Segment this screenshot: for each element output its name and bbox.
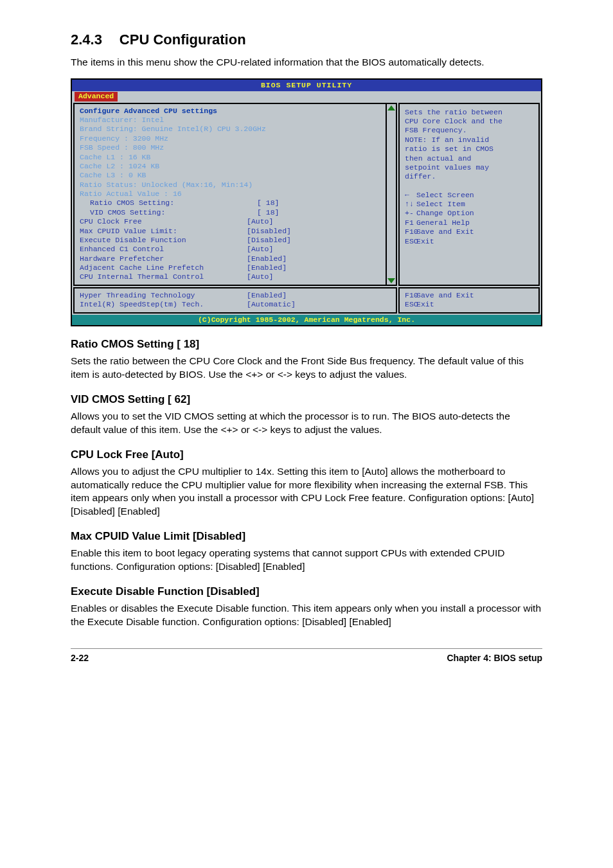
- bios-setting-label: Hyper Threading Technology: [80, 291, 247, 300]
- item-body-lockfree: Allows you to adjust the CPU multiplier …: [71, 465, 542, 519]
- scroll-up-icon[interactable]: [387, 105, 395, 111]
- bios-tab-advanced[interactable]: Advanced: [75, 92, 118, 101]
- page-footer: 2-22 Chapter 4: BIOS setup: [71, 648, 542, 663]
- bios-setting-row[interactable]: CPU Internal Thermal Control [Auto]: [80, 272, 392, 281]
- bios-setting-value[interactable]: [Enabled]: [247, 291, 317, 300]
- bios-setting-value[interactable]: [Enabled]: [247, 263, 317, 272]
- bios-bottom-panel: Hyper Threading Technology [Enabled] Int…: [73, 287, 397, 314]
- bios-nav-hint: F1General Help: [405, 218, 535, 227]
- plusminus-icon: +-: [405, 209, 416, 218]
- bios-help-text: setpoint values may: [405, 163, 535, 172]
- bios-info-l1: Cache L1 : 16 KB: [80, 153, 392, 162]
- bios-setting-value[interactable]: [Enabled]: [247, 254, 317, 263]
- bios-help-text: Sets the ratio between: [405, 108, 535, 117]
- bios-screenshot: BIOS SETUP UTILITY Advanced Configure Ad…: [71, 78, 542, 326]
- bios-scrollbar[interactable]: [386, 104, 396, 285]
- bios-panel-headline: Configure Advanced CPU settings: [80, 107, 392, 116]
- item-heading-ratio: Ratio CMOS Setting [ 18]: [71, 338, 542, 351]
- item-body-ratio: Sets the ratio between the CPU Core Cloc…: [71, 355, 542, 382]
- bios-setting-label: Enhanced C1 Control: [80, 245, 247, 254]
- bios-nav-hint: ↑↓Select Item: [405, 200, 535, 209]
- item-heading-vid: VID CMOS Setting [ 62]: [71, 393, 542, 406]
- bios-setting-value[interactable]: [Auto]: [247, 245, 317, 254]
- bios-info-fsb: FSB Speed : 800 MHz: [80, 143, 392, 152]
- key-f10-icon: F10: [405, 227, 416, 236]
- key-f1-icon: F1: [405, 218, 416, 227]
- bios-setting-row[interactable]: Hardware Prefetcher [Enabled]: [80, 254, 392, 263]
- bios-help-text: differ.: [405, 172, 535, 181]
- bios-setting-row[interactable]: Intel(R) SpeedStep(tm) Tech. [Automatic]: [80, 300, 392, 309]
- item-heading-lockfree: CPU Lock Free [Auto]: [71, 448, 542, 461]
- bios-bottom-help: F10Save and Exit ESCExit: [398, 287, 540, 314]
- bios-setting-row[interactable]: VID CMOS Setting: [ 18]: [80, 208, 392, 217]
- bios-main-panel: Configure Advanced CPU settings Manufact…: [73, 103, 397, 286]
- key-esc-icon: ESC: [405, 237, 416, 246]
- bios-setting-label: Hardware Prefetcher: [80, 254, 247, 263]
- bios-setting-label: VID CMOS Setting:: [90, 208, 257, 217]
- section-title: CPU Configuration: [120, 31, 246, 48]
- bios-tab-row: Advanced: [72, 91, 541, 101]
- section-number: 2.4.3: [71, 31, 102, 48]
- bios-setting-value[interactable]: [Disabled]: [247, 236, 317, 245]
- item-heading-cpuid: Max CPUID Value Limit [Disabled]: [71, 530, 542, 543]
- item-body-xd: Enables or disables the Execute Disable …: [71, 602, 542, 629]
- bios-help-text: then actual and: [405, 154, 535, 163]
- bios-nav-hint: ESCExit: [405, 237, 535, 246]
- item-body-vid: Allows you to set the VID CMOS setting a…: [71, 410, 542, 437]
- bios-setting-row[interactable]: Enhanced C1 Control [Auto]: [80, 245, 392, 254]
- arrow-left-icon: ←: [405, 191, 416, 200]
- bios-setting-label: Adjacent Cache Line Prefetch: [80, 263, 247, 272]
- bios-setting-value[interactable]: [Disabled]: [247, 227, 317, 236]
- key-f10-icon: F10: [405, 291, 416, 300]
- bios-nav-hint: ←Select Screen: [405, 191, 535, 200]
- bios-setting-value[interactable]: [Automatic]: [247, 300, 317, 309]
- bios-setting-label: Execute Disable Function: [80, 236, 247, 245]
- bios-setting-label: CPU Clock Free: [80, 217, 247, 226]
- bios-info-l2: Cache L2 : 1024 KB: [80, 162, 392, 171]
- bios-help-text: FSB Frequency.: [405, 126, 535, 135]
- bios-copyright: (C)Copyright 1985-2002, American Megatre…: [72, 315, 541, 325]
- bios-info-ratio-actual: Ratio Actual Value : 16: [80, 190, 392, 199]
- bios-setting-value[interactable]: [ 18]: [257, 208, 328, 217]
- bios-setting-label: Ratio CMOS Setting:: [90, 199, 257, 208]
- footer-page-number: 2-22: [71, 653, 89, 663]
- section-intro: The items in this menu show the CPU-rela…: [71, 56, 542, 69]
- bios-info-brand: Brand String: Genuine Intel(R) CPU 3.20G…: [80, 125, 392, 134]
- scroll-down-icon[interactable]: [387, 278, 395, 283]
- item-heading-xd: Execute Disable Function [Disabled]: [71, 585, 542, 598]
- bios-setting-value[interactable]: [ 18]: [257, 199, 328, 208]
- bios-setting-row[interactable]: Adjacent Cache Line Prefetch [Enabled]: [80, 263, 392, 272]
- bios-nav-hint: ESCExit: [405, 300, 535, 309]
- bios-setting-label: CPU Internal Thermal Control: [80, 272, 247, 281]
- bios-setting-label: Intel(R) SpeedStep(tm) Tech.: [80, 300, 247, 309]
- arrows-updown-icon: ↑↓: [405, 200, 416, 209]
- section-heading: 2.4.3 CPU Configuration: [71, 26, 542, 49]
- bios-info-l3: Cache L3 : 0 KB: [80, 171, 392, 180]
- bios-setting-row[interactable]: Ratio CMOS Setting: [ 18]: [80, 199, 392, 208]
- bios-info-ratio-status: Ratio Status: Unlocked (Max:16, Min:14): [80, 181, 392, 190]
- bios-setting-value[interactable]: [Auto]: [247, 272, 317, 281]
- key-esc-icon: ESC: [405, 300, 416, 309]
- bios-setting-value[interactable]: [Auto]: [247, 217, 317, 226]
- bios-help-text: CPU Core Clock and the: [405, 117, 535, 126]
- bios-help-text: NOTE: If an invalid: [405, 136, 535, 145]
- bios-help-panel: Sets the ratio between CPU Core Clock an…: [398, 103, 540, 286]
- bios-nav-hint: F10Save and Exit: [405, 227, 535, 236]
- bios-title-bar: BIOS SETUP UTILITY: [72, 80, 541, 91]
- bios-help-text: ratio is set in CMOS: [405, 145, 535, 154]
- bios-setting-row[interactable]: Max CPUID Value Limit: [Disabled]: [80, 227, 392, 236]
- bios-setting-row[interactable]: CPU Clock Free [Auto]: [80, 217, 392, 226]
- bios-setting-label: Max CPUID Value Limit:: [80, 227, 247, 236]
- footer-chapter: Chapter 4: BIOS setup: [447, 653, 542, 663]
- bios-setting-row[interactable]: Execute Disable Function [Disabled]: [80, 236, 392, 245]
- bios-nav-hint: F10Save and Exit: [405, 291, 535, 300]
- bios-setting-row[interactable]: Hyper Threading Technology [Enabled]: [80, 291, 392, 300]
- bios-info-frequency: Frequency : 3200 MHz: [80, 134, 392, 143]
- bios-nav-hint: +-Change Option: [405, 209, 535, 218]
- item-body-cpuid: Enable this item to boot legacy operatin…: [71, 547, 542, 574]
- bios-info-manufacturer: Manufacturer: Intel: [80, 116, 392, 125]
